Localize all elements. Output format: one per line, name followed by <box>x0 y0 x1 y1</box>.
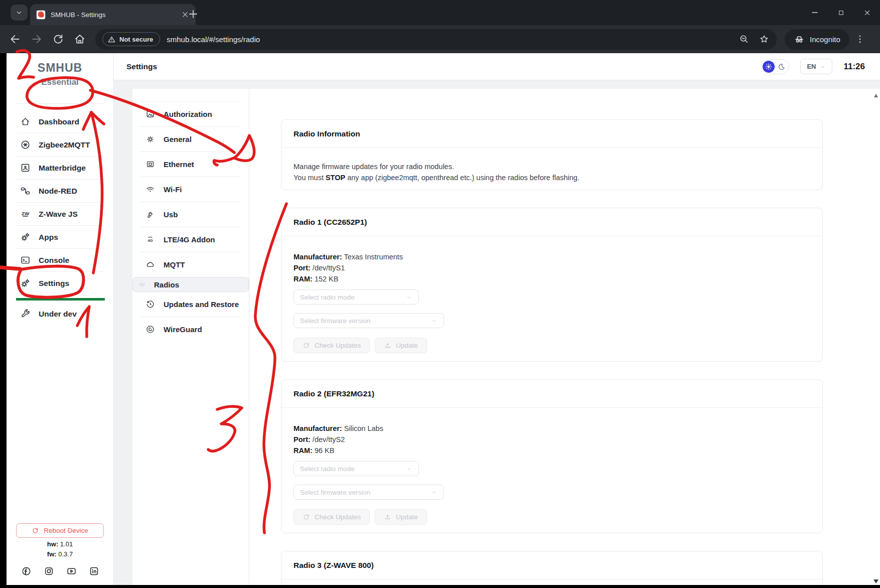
radio-manufacturer-label: Manufacturer: <box>294 424 342 432</box>
update-label: Update <box>396 513 418 521</box>
house-icon <box>20 116 31 127</box>
settings-nav-item-authorization[interactable]: Authorization <box>132 102 249 126</box>
language-select[interactable]: EN <box>800 59 832 74</box>
zoom-page-icon[interactable] <box>739 34 750 45</box>
radio-card-radio-3-z-wave-800: Radio 3 (Z-WAVE 800) <box>281 551 823 588</box>
close-window-button[interactable] <box>854 4 880 22</box>
settings-nav-item-ethernet[interactable]: Ethernet <box>132 152 249 177</box>
youtube-icon[interactable] <box>66 566 77 576</box>
check-updates-label: Check Updates <box>315 342 361 349</box>
radio-mode-select[interactable]: Select radio mode <box>294 289 419 305</box>
wifi-icon <box>145 185 155 194</box>
radio-buttons: Check UpdatesUpdate <box>294 338 810 353</box>
info-line-2: You must STOP any app (zigbee2mqtt, open… <box>294 172 810 183</box>
reboot-device-button[interactable]: Reboot Device <box>16 523 104 538</box>
radio-buttons: Check UpdatesUpdate <box>294 509 810 525</box>
reload-button[interactable] <box>52 33 65 46</box>
check-updates-button[interactable]: Check Updates <box>294 509 370 525</box>
settings-nav-item-usb[interactable]: Usb <box>132 202 249 227</box>
usb-icon <box>145 210 155 219</box>
radio-ram-value: 152 KB <box>313 275 339 283</box>
radio-card-body: Manufacturer: Texas InstrumentsPort: /de… <box>281 236 822 361</box>
settings-nav-item-wireguard[interactable]: WireGuard <box>132 317 249 342</box>
settings-nav-label: MQTT <box>164 260 185 269</box>
monitor-icon <box>145 160 155 169</box>
settings-nav-list: AuthorizationGeneralEthernetWi-FiUsb4GLT… <box>132 102 249 342</box>
radio-card-title: Radio 1 (CC2652P1) <box>294 218 367 227</box>
sidebar-item-z-wave-js[interactable]: ZWZ-Wave JS <box>7 203 113 225</box>
restore-icon <box>145 300 155 309</box>
settings-nav-item-lte-4g-addon[interactable]: 4GLTE/4G Addon <box>132 227 249 252</box>
firmware-version-select[interactable]: Select firmware version <box>294 485 444 500</box>
sidebar-item-dashboard[interactable]: Dashboard <box>7 110 113 133</box>
minimize-button[interactable] <box>802 4 828 22</box>
settings-nav-item-updates-and-restore[interactable]: Updates and Restore <box>132 292 249 317</box>
scroll-up-arrow-icon[interactable] <box>874 94 878 97</box>
home-button[interactable] <box>73 33 86 46</box>
nodered-icon <box>20 186 31 196</box>
settings-nav-item-general[interactable]: General <box>132 127 249 152</box>
browser-toolbar: Not secure smhub.local/#/settings/radio … <box>0 25 880 53</box>
facebook-icon[interactable] <box>21 566 32 576</box>
forward-button[interactable] <box>30 33 43 46</box>
sidebar-item-matterbridge[interactable]: Matterbridge <box>7 157 113 179</box>
scroll-down-arrow-icon[interactable] <box>873 579 878 583</box>
sidebar-item-console[interactable]: Console <box>7 249 113 271</box>
instagram-icon[interactable] <box>44 566 54 576</box>
check-updates-button[interactable]: Check Updates <box>294 338 370 353</box>
settings-nav-label: Wi-Fi <box>164 185 182 194</box>
sidebar-item-settings[interactable]: Settings <box>7 272 113 295</box>
radio-information-card: Radio Information Manage firmware update… <box>281 119 823 190</box>
linkedin-icon[interactable] <box>89 566 99 576</box>
sidebar-item-node-red[interactable]: Node-RED <box>7 180 113 202</box>
upload-icon <box>384 342 391 349</box>
sidebar-divider <box>17 103 103 104</box>
radio-card-title: Radio 3 (Z-WAVE 800) <box>294 561 374 570</box>
bookmark-star-icon[interactable] <box>759 34 770 45</box>
radio-mode-select-placeholder: Select radio mode <box>300 293 406 301</box>
page-title: Settings <box>126 62 157 71</box>
chevron-down-icon <box>406 466 412 472</box>
console-icon <box>20 255 31 265</box>
light-theme-button[interactable] <box>763 61 775 73</box>
back-button[interactable] <box>9 33 22 46</box>
tab-search-button[interactable] <box>11 5 28 21</box>
scrollbar[interactable] <box>872 89 880 585</box>
url-text[interactable]: smhub.local/#/settings/radio <box>167 35 729 44</box>
sidebar-item-zigbee2mqtt[interactable]: Zigbee2MQTT <box>7 133 113 156</box>
new-tab-button[interactable] <box>187 8 200 21</box>
radio-card-title: Radio 2 (EFR32MG21) <box>294 389 374 398</box>
settings-nav-item-mqtt[interactable]: MQTT <box>132 252 249 277</box>
desktop-edge-bottom <box>0 585 880 588</box>
radio-manufacturer: Manufacturer: Texas Instruments <box>294 251 810 262</box>
browser-menu-button[interactable] <box>854 34 865 45</box>
sidebar-item-apps[interactable]: Apps <box>7 226 113 248</box>
hw-version: hw: 1.01 <box>7 540 113 548</box>
chevron-down-icon <box>431 489 437 496</box>
not-secure-badge[interactable]: Not secure <box>102 32 160 46</box>
browser-tab[interactable]: SMHUB - Settings <box>30 4 196 25</box>
dark-theme-button[interactable] <box>776 61 788 73</box>
radio-card-body: Manufacturer: Silicon LabsPort: /dev/tty… <box>281 408 822 533</box>
update-button[interactable]: Update <box>375 509 427 525</box>
firmware-version-select[interactable]: Select firmware version <box>294 313 444 328</box>
maximize-button[interactable] <box>828 4 854 22</box>
matterbridge-icon <box>20 163 31 173</box>
update-button[interactable]: Update <box>375 338 427 353</box>
address-bar[interactable]: Not secure smhub.local/#/settings/radio <box>95 29 777 50</box>
settings-nav-item-radios[interactable]: Radios <box>132 277 249 292</box>
theme-toggle[interactable] <box>761 59 789 74</box>
fw-version: fw: 0.3.7 <box>7 550 113 558</box>
radio-mode-select[interactable]: Select radio mode <box>294 461 419 476</box>
page-header: Settings EN 11:26 <box>114 53 880 80</box>
minimize-icon <box>810 8 819 17</box>
settings-nav-item-wi-fi[interactable]: Wi-Fi <box>132 177 249 202</box>
radio-manufacturer-value: Silicon Labs <box>342 424 383 432</box>
settings-nav-label: Authorization <box>164 110 212 118</box>
sidebar-item-label: Settings <box>39 279 69 288</box>
favicon <box>36 10 46 20</box>
sidebar-item-label: Zigbee2MQTT <box>39 140 90 150</box>
sidebar-item-under-dev[interactable]: Under dev <box>7 303 113 325</box>
radio-card-radio-1-cc2652p1: Radio 1 (CC2652P1)Manufacturer: Texas In… <box>281 208 823 362</box>
reload-icon <box>32 527 39 534</box>
